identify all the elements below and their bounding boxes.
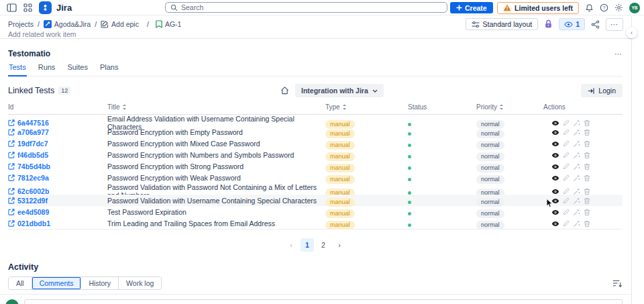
- sidebar-toggle-icon[interactable]: [7, 3, 17, 12]
- edit-action-icon[interactable]: [563, 197, 570, 204]
- column-header-title[interactable]: Title: [107, 103, 325, 111]
- testomatio-more-button[interactable]: ⋯: [614, 50, 623, 58]
- breadcrumb-add-epic[interactable]: Add epic: [101, 20, 139, 28]
- activity-tab-work-log[interactable]: Work log: [119, 277, 161, 289]
- view-action-icon[interactable]: [551, 141, 559, 147]
- tab-tests[interactable]: Tests: [8, 63, 27, 77]
- settings-gear-icon[interactable]: [614, 3, 623, 12]
- view-action-icon[interactable]: [551, 198, 559, 204]
- generate-action-icon[interactable]: [573, 174, 580, 182]
- column-header-type[interactable]: Type: [325, 103, 408, 111]
- test-id-link[interactable]: f46db5d5: [8, 151, 107, 159]
- share-icon[interactable]: [591, 20, 600, 29]
- login-button[interactable]: Login: [581, 84, 623, 97]
- test-id-link[interactable]: 7812ec9a: [8, 174, 107, 182]
- edit-action-icon[interactable]: [563, 129, 570, 136]
- create-button[interactable]: Create: [450, 2, 493, 13]
- pagination-next-button[interactable]: ›: [333, 238, 346, 252]
- pagination-page-1[interactable]: 1: [301, 238, 314, 252]
- edit-action-icon[interactable]: [563, 119, 570, 126]
- table-row[interactable]: 021dbdb1Trim Leading and Trailing Spaces…: [8, 217, 623, 229]
- delete-action-icon[interactable]: [584, 152, 590, 159]
- test-id-link[interactable]: ee4d5089: [8, 208, 107, 216]
- external-link-icon: [8, 209, 15, 215]
- edit-action-icon[interactable]: [563, 140, 570, 147]
- delete-action-icon[interactable]: [584, 220, 590, 227]
- generate-action-icon[interactable]: [573, 163, 580, 170]
- table-row[interactable]: 19df7dc7Password Encryption with Mixed C…: [8, 138, 623, 149]
- test-id-link[interactable]: 021dbdb1: [8, 219, 107, 227]
- table-row[interactable]: a706a977Password Encryption with Empty P…: [8, 126, 623, 138]
- table-row[interactable]: 53122d9fPassword Validation with Usernam…: [8, 195, 623, 206]
- search-input[interactable]: Search: [165, 2, 447, 13]
- delete-action-icon[interactable]: [584, 188, 590, 195]
- tab-plans[interactable]: Plans: [99, 63, 119, 76]
- table-row[interactable]: 6a447516Email Address Validation with Us…: [8, 115, 623, 126]
- edit-action-icon[interactable]: [563, 163, 570, 170]
- help-icon[interactable]: ?: [600, 3, 608, 12]
- activity-tab-comments[interactable]: Comments: [32, 277, 82, 289]
- view-action-icon[interactable]: [551, 130, 559, 136]
- generate-action-icon[interactable]: [573, 197, 580, 205]
- test-id-link[interactable]: a706a977: [8, 128, 107, 136]
- delete-action-icon[interactable]: [584, 174, 590, 182]
- integration-dropdown[interactable]: Integration with Jira: [295, 84, 384, 97]
- table-row[interactable]: ee4d5089Test Password Expirationmanualno…: [8, 206, 623, 217]
- limited-users-button[interactable]: Limited users left: [497, 2, 579, 14]
- jira-logo-icon[interactable]: [39, 1, 52, 14]
- home-icon[interactable]: [280, 87, 289, 95]
- sort-order-button[interactable]: [612, 279, 623, 288]
- edit-action-icon[interactable]: [563, 209, 570, 215]
- test-id-link[interactable]: 19df7dc7: [8, 140, 107, 148]
- toolbar-more-button[interactable]: ⋯: [606, 18, 623, 31]
- generate-action-icon[interactable]: [573, 119, 580, 127]
- lock-icon[interactable]: [544, 19, 553, 29]
- generate-action-icon[interactable]: [573, 152, 580, 159]
- view-action-icon[interactable]: [551, 221, 559, 227]
- generate-action-icon[interactable]: [573, 140, 580, 148]
- edit-action-icon[interactable]: [563, 174, 570, 181]
- comment-input[interactable]: Add a comment... 🎉Looks good!👋Need help?…: [24, 299, 623, 304]
- view-action-icon[interactable]: [551, 120, 559, 126]
- activity-tab-all[interactable]: All: [9, 277, 32, 289]
- delete-action-icon[interactable]: [584, 129, 590, 136]
- generate-action-icon[interactable]: [573, 209, 580, 216]
- view-action-icon[interactable]: [551, 152, 559, 158]
- edit-action-icon[interactable]: [563, 188, 570, 195]
- breadcrumb-issue-key[interactable]: AG-1: [156, 20, 182, 28]
- test-id-link[interactable]: 53122d9f: [8, 197, 107, 205]
- panel-collapse-button[interactable]: ‹: [626, 27, 637, 38]
- breadcrumb-projects[interactable]: Projects: [8, 20, 34, 28]
- pagination-page-2[interactable]: 2: [317, 238, 330, 252]
- tab-suites[interactable]: Suites: [66, 63, 89, 76]
- breadcrumb-project[interactable]: Agoda&Jira: [44, 20, 91, 28]
- delete-action-icon[interactable]: [584, 209, 590, 216]
- edit-action-icon[interactable]: [563, 220, 570, 227]
- notifications-bell-icon[interactable]: [585, 3, 594, 13]
- delete-action-icon[interactable]: [584, 119, 590, 127]
- edit-action-icon[interactable]: [563, 152, 570, 158]
- delete-action-icon[interactable]: [584, 163, 590, 170]
- pagination-prev-button[interactable]: ‹: [284, 238, 298, 252]
- standard-layout-button[interactable]: Standard layout: [466, 18, 539, 30]
- column-header-priority[interactable]: Priority: [476, 103, 543, 111]
- user-avatar[interactable]: YB: [629, 3, 640, 13]
- test-id-link[interactable]: 74b5d4bb: [8, 162, 107, 170]
- view-action-icon[interactable]: [551, 175, 559, 181]
- table-row[interactable]: 74b5d4bbPassword Encryption with Strong …: [8, 160, 623, 172]
- generate-action-icon[interactable]: [573, 188, 580, 195]
- delete-action-icon[interactable]: [584, 140, 590, 148]
- generate-action-icon[interactable]: [573, 220, 580, 227]
- table-row[interactable]: 7812ec9aPassword Encryption with Weak Pa…: [8, 172, 623, 183]
- tab-runs[interactable]: Runs: [38, 63, 56, 76]
- view-action-icon[interactable]: [551, 164, 559, 170]
- delete-action-icon[interactable]: [584, 197, 590, 205]
- view-action-icon[interactable]: [551, 209, 559, 215]
- view-action-icon[interactable]: [551, 189, 559, 195]
- viewers-button[interactable]: 1: [559, 18, 585, 30]
- table-row[interactable]: 62c6002bPassword Validation with Passwor…: [8, 183, 623, 195]
- activity-tab-history[interactable]: History: [81, 277, 119, 289]
- generate-action-icon[interactable]: [573, 129, 580, 136]
- table-row[interactable]: f46db5d5Password Encryption with Numbers…: [8, 149, 623, 160]
- app-switcher-icon[interactable]: [23, 3, 32, 12]
